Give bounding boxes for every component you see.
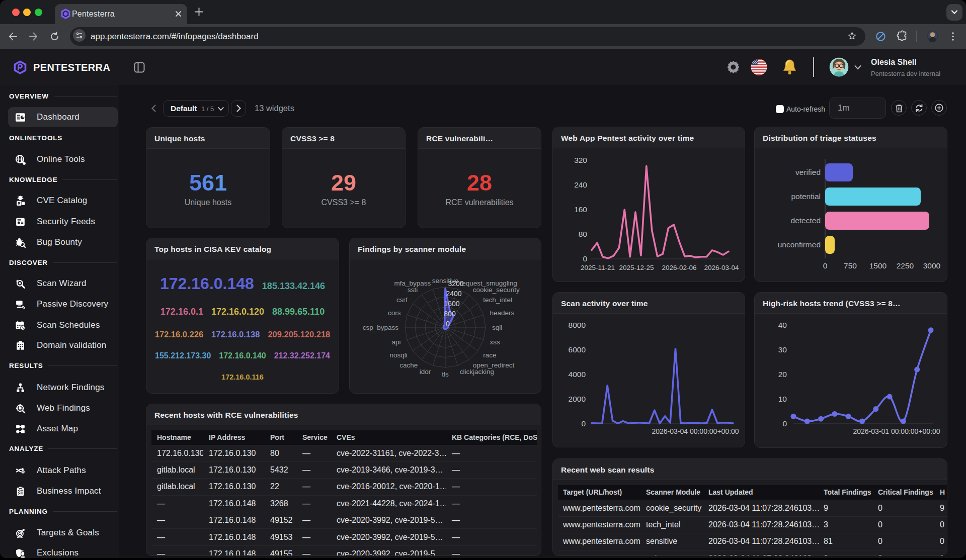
svg-text:clickjacking: clickjacking [460, 368, 494, 376]
svg-text:240: 240 [574, 180, 587, 189]
svg-text:3000: 3000 [923, 261, 941, 270]
svg-text:3200: 3200 [448, 279, 463, 288]
svg-text:csp_bypass: csp_bypass [363, 324, 399, 331]
svg-text:ssti: ssti [408, 286, 418, 294]
svg-text:headers: headers [490, 309, 514, 317]
svg-text:verified: verified [795, 168, 821, 176]
svg-text:api: api [392, 338, 401, 346]
svg-text:unconfirmed: unconfirmed [778, 240, 821, 249]
svg-text:8000: 8000 [569, 321, 586, 329]
svg-text:0: 0 [782, 419, 787, 428]
svg-text:csrf: csrf [396, 296, 408, 304]
svg-text:800: 800 [444, 310, 456, 318]
svg-text:4000: 4000 [569, 370, 586, 379]
svg-text:cookie_security: cookie_security [473, 286, 520, 294]
svg-text:30: 30 [778, 345, 787, 354]
svg-text:mfa_bypass: mfa_bypass [394, 279, 431, 287]
svg-text:320: 320 [574, 156, 587, 164]
svg-text:tls: tls [442, 370, 449, 378]
svg-text:1600: 1600 [444, 300, 459, 308]
svg-text:6000: 6000 [569, 345, 586, 354]
svg-text:cors: cors [388, 309, 401, 317]
svg-text:0: 0 [446, 320, 450, 328]
svg-text:2026-03-01 00:00:00+00:00: 2026-03-01 00:00:00+00:00 [853, 427, 940, 435]
svg-text:0: 0 [583, 254, 587, 263]
svg-text:2400: 2400 [446, 290, 461, 298]
svg-text:40: 40 [778, 321, 787, 329]
svg-text:detected: detected [791, 216, 821, 225]
svg-text:xss: xss [490, 338, 500, 346]
svg-text:2026-03-04 00:00:00+00:00: 2026-03-04 00:00:00+00:00 [652, 427, 739, 435]
svg-text:0: 0 [581, 419, 586, 428]
svg-text:idor: idor [420, 368, 431, 376]
svg-text:20: 20 [778, 370, 787, 379]
svg-text:0: 0 [823, 261, 828, 270]
svg-text:sqli: sqli [492, 324, 502, 331]
svg-text:2250: 2250 [897, 261, 914, 270]
svg-text:2026-02-06: 2026-02-06 [662, 264, 696, 271]
svg-text:80: 80 [579, 230, 588, 238]
svg-text:potential: potential [791, 192, 821, 201]
svg-text:tech_intel: tech_intel [483, 296, 512, 304]
svg-text:2000: 2000 [569, 395, 586, 403]
svg-text:2025-12-25: 2025-12-25 [619, 264, 654, 271]
svg-text:race: race [483, 351, 496, 359]
svg-text:2025-11-21: 2025-11-21 [581, 264, 615, 271]
svg-text:cache: cache [399, 361, 418, 369]
svg-text:2026-03-04: 2026-03-04 [704, 264, 739, 271]
svg-text:160: 160 [574, 205, 587, 214]
svg-text:nosqli: nosqli [390, 351, 408, 359]
svg-text:750: 750 [844, 261, 857, 270]
svg-text:10: 10 [778, 395, 787, 403]
svg-text:1500: 1500 [869, 261, 887, 270]
